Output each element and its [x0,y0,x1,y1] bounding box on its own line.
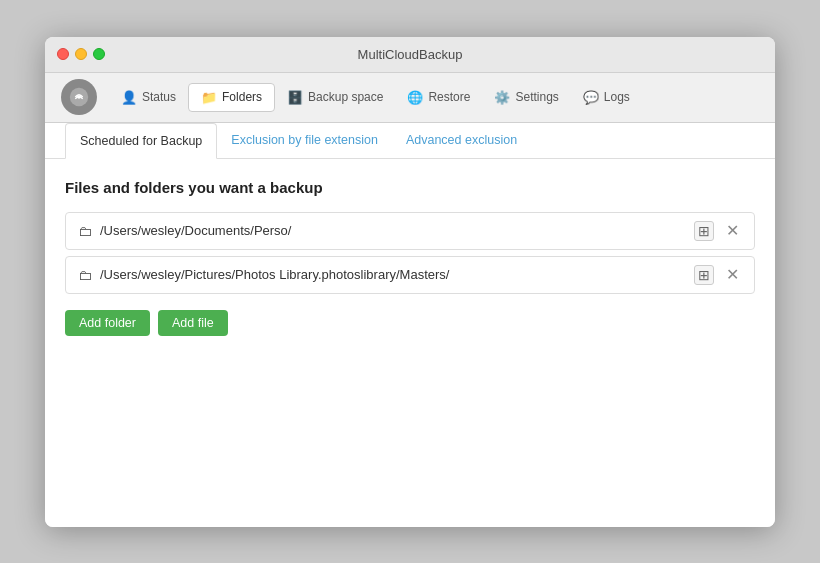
sub-tab-scheduled-label: Scheduled for Backup [80,134,202,148]
maximize-button[interactable] [93,48,105,60]
status-icon: 👤 [121,90,137,105]
folder-remove-btn-1[interactable]: ✕ [722,221,742,241]
folder-edit-btn-1[interactable]: ⊞ [694,221,714,241]
settings-icon: ⚙️ [494,90,510,105]
folder-icon-1: 🗀 [78,223,92,239]
tab-status-label: Status [142,90,176,104]
sub-tab-advanced-exclusion[interactable]: Advanced exclusion [392,123,531,159]
traffic-lights [57,48,105,60]
close-button[interactable] [57,48,69,60]
tab-folders[interactable]: 📁 Folders [188,83,275,112]
close-icon-2: ✕ [726,265,739,284]
folder-edit-btn-2[interactable]: ⊞ [694,265,714,285]
add-folder-button[interactable]: Add folder [65,310,150,336]
folder-item-left-2: 🗀 /Users/wesley/Pictures/Photos Library.… [78,267,449,283]
edit-icon-1: ⊞ [698,223,710,239]
section-title: Files and folders you want a backup [65,179,755,196]
add-file-button[interactable]: Add file [158,310,228,336]
logo-icon [68,86,90,108]
main-content: Files and folders you want a backup 🗀 /U… [45,159,775,527]
sub-tab-exclusion-ext[interactable]: Exclusion by file extension [217,123,392,159]
sub-tab-advanced-exclusion-label: Advanced exclusion [406,133,517,147]
window-title: MultiCloudBackup [358,47,463,62]
folder-list: 🗀 /Users/wesley/Documents/Perso/ ⊞ ✕ [65,212,755,294]
sub-tab-exclusion-ext-label: Exclusion by file extension [231,133,378,147]
tab-settings-label: Settings [515,90,558,104]
logs-icon: 💬 [583,90,599,105]
tab-folders-label: Folders [222,90,262,104]
sub-tab-scheduled[interactable]: Scheduled for Backup [65,123,217,159]
title-bar: MultiCloudBackup [45,37,775,73]
folder-item-right-2: ⊞ ✕ [694,265,742,285]
folder-icon-2: 🗀 [78,267,92,283]
tab-backup-space[interactable]: 🗄️ Backup space [275,83,395,112]
close-icon-1: ✕ [726,221,739,240]
folder-item-left: 🗀 /Users/wesley/Documents/Perso/ [78,223,291,239]
window: MultiCloudBackup 👤 Status 📁 Fold [45,37,775,527]
backup-space-icon: 🗄️ [287,90,303,105]
tab-settings[interactable]: ⚙️ Settings [482,83,570,112]
folder-path-2: /Users/wesley/Pictures/Photos Library.ph… [100,267,449,282]
add-buttons: Add folder Add file [65,310,755,336]
edit-icon-2: ⊞ [698,267,710,283]
minimize-button[interactable] [75,48,87,60]
folder-remove-btn-2[interactable]: ✕ [722,265,742,285]
svg-point-1 [77,95,81,99]
tab-restore-label: Restore [428,90,470,104]
tab-logs-label: Logs [604,90,630,104]
tab-restore[interactable]: 🌐 Restore [395,83,482,112]
folder-item-2: 🗀 /Users/wesley/Pictures/Photos Library.… [65,256,755,294]
sub-tabs: Scheduled for Backup Exclusion by file e… [45,123,775,159]
tab-logs[interactable]: 💬 Logs [571,83,642,112]
tab-status[interactable]: 👤 Status [109,83,188,112]
folders-icon: 📁 [201,90,217,105]
toolbar: 👤 Status 📁 Folders 🗄️ Backup space 🌐 Res… [45,73,775,123]
toolbar-nav: 👤 Status 📁 Folders 🗄️ Backup space 🌐 Res… [109,83,642,112]
app-logo [61,79,97,115]
desktop: MultiCloudBackup 👤 Status 📁 Fold [0,0,820,563]
restore-icon: 🌐 [407,90,423,105]
folder-item-right-1: ⊞ ✕ [694,221,742,241]
folder-item: 🗀 /Users/wesley/Documents/Perso/ ⊞ ✕ [65,212,755,250]
folder-path-1: /Users/wesley/Documents/Perso/ [100,223,291,238]
content-area: Scheduled for Backup Exclusion by file e… [45,123,775,527]
tab-backup-space-label: Backup space [308,90,383,104]
